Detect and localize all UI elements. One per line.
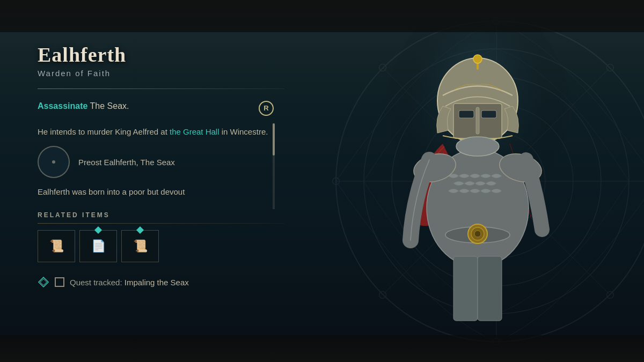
square-button-icon bbox=[55, 277, 64, 287]
svg-point-33 bbox=[456, 137, 499, 156]
great-hall-link: the Great Hall bbox=[170, 127, 219, 136]
scroll-thumb bbox=[273, 123, 275, 156]
quest-tracked-text: Quest tracked: Impaling the Seax bbox=[70, 278, 189, 287]
info-panel: Ealhferth Warden of Faith Assassinate Th… bbox=[0, 0, 301, 362]
character-name: Ealhferth bbox=[38, 43, 274, 67]
divider-top bbox=[38, 88, 284, 89]
items-row: 📜 📄 📜 bbox=[38, 230, 274, 262]
character-figure bbox=[343, 21, 612, 341]
item-box-1[interactable]: 📜 bbox=[38, 230, 75, 262]
item-icon-1: 📜 bbox=[49, 239, 64, 253]
scroll-bar[interactable] bbox=[273, 123, 275, 209]
description-line3: Ealhferth was born into a poor but devou… bbox=[38, 186, 274, 198]
objective-line: Assassinate The Seax. R bbox=[38, 100, 274, 116]
item-diamond-2 bbox=[94, 226, 102, 234]
objective-target: The Seax. bbox=[90, 101, 129, 110]
item-diamond-3 bbox=[136, 226, 144, 234]
description-line1: He intends to murder King Aelfred at the… bbox=[38, 125, 274, 138]
svg-rect-21 bbox=[459, 110, 474, 118]
npc-portrait-circle bbox=[38, 146, 70, 178]
svg-rect-23 bbox=[476, 107, 479, 134]
svg-rect-22 bbox=[481, 110, 496, 118]
item-box-3[interactable]: 📜 bbox=[121, 230, 159, 262]
quest-diamond-icon bbox=[38, 276, 49, 288]
svg-rect-31 bbox=[453, 256, 478, 321]
npc-portrait-line: Preost Ealhferth, The Seax bbox=[38, 146, 274, 178]
svg-point-19 bbox=[473, 55, 482, 63]
quest-tracked-bar: Quest tracked: Impaling the Seax bbox=[38, 273, 274, 291]
item-icon-3: 📜 bbox=[133, 239, 148, 253]
item-box-2[interactable]: 📄 bbox=[79, 230, 117, 262]
svg-point-28 bbox=[474, 231, 481, 237]
character-title: Warden of Faith bbox=[38, 69, 274, 78]
button-r[interactable]: R bbox=[259, 101, 274, 116]
objective-action: Assassinate bbox=[38, 101, 87, 110]
svg-rect-32 bbox=[478, 256, 502, 321]
npc-name: Preost Ealhferth, The Seax bbox=[78, 158, 175, 167]
related-items-divider bbox=[38, 223, 284, 224]
related-items-label: RELATED ITEMS bbox=[38, 211, 274, 219]
item-icon-2: 📄 bbox=[91, 239, 106, 253]
